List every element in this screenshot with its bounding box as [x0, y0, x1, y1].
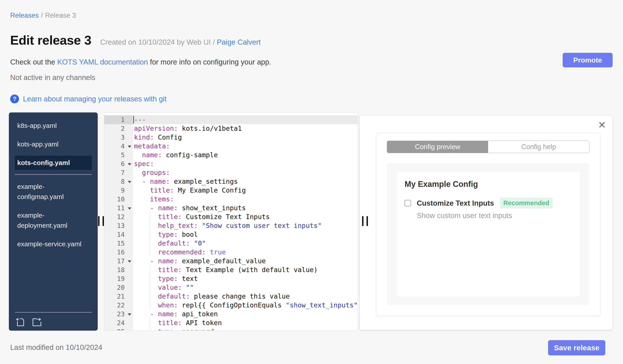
- token-plain: [134, 319, 158, 327]
- git-releases-link[interactable]: Learn about managing your releases with …: [23, 95, 166, 103]
- file-item-kots-app.yaml[interactable]: kots-app.yaml: [15, 137, 92, 151]
- token-plain: password: [178, 328, 214, 331]
- fold-toggle-icon[interactable]: [128, 313, 131, 316]
- code-line-text[interactable]: title: Text Example (with default value): [133, 265, 357, 274]
- token-string: "": [186, 283, 194, 291]
- code-line-text[interactable]: type: password: [133, 327, 357, 331]
- customize-text-inputs-checkbox[interactable]: [404, 200, 411, 206]
- kots-docs-link[interactable]: KOTS YAML documentation: [57, 58, 148, 66]
- line-number: 3: [104, 133, 133, 142]
- new-folder-icon[interactable]: [31, 317, 42, 327]
- token-key: metadata:: [134, 142, 170, 150]
- code-line-text[interactable]: - name: example_settings: [133, 177, 357, 186]
- code-row-1: 1---: [104, 115, 357, 124]
- author-link[interactable]: Paige Calvert: [217, 38, 261, 46]
- code-line-text[interactable]: type: bool: [133, 230, 357, 239]
- code-line-text[interactable]: - name: api_token: [133, 310, 357, 319]
- config-render-area: My Example Config Customize Text Inputs …: [387, 163, 589, 305]
- token-key: name:: [158, 310, 178, 318]
- fold-toggle-icon[interactable]: [128, 261, 131, 263]
- code-row-17: 17 - name: example_default_value: [104, 257, 357, 265]
- token-key: groups:: [142, 169, 170, 177]
- code-line-text[interactable]: default: "0": [133, 239, 357, 248]
- token-plain: api_token: [178, 310, 218, 318]
- code-row-14: 14 type: bool: [104, 230, 357, 239]
- token-key: name:: [142, 151, 162, 159]
- promote-button[interactable]: Promote: [563, 53, 613, 67]
- new-file-icon[interactable]: [15, 317, 26, 327]
- indent-guide: [150, 212, 150, 221]
- line-number: 25: [104, 327, 133, 331]
- token-plain: please change this value: [190, 292, 290, 300]
- yaml-code-editor[interactable]: 1---2apiVersion: kots.io/v1beta13kind: C…: [104, 112, 358, 331]
- code-line-text[interactable]: apiVersion: kots.io/v1beta1: [133, 124, 357, 133]
- file-item-k8s-app.yaml[interactable]: k8s-app.yaml: [15, 119, 92, 133]
- code-line-text[interactable]: help_text: "Show custom user text inputs…: [133, 221, 357, 230]
- file-item-example-configmap.yaml[interactable]: example-configmap.yaml: [15, 180, 92, 204]
- indent-guide: [150, 230, 150, 239]
- fold-toggle-icon[interactable]: [128, 163, 131, 165]
- code-row-13: 13 help_text: "Show custom user text inp…: [104, 221, 357, 230]
- token-plain: example_settings: [170, 178, 238, 185]
- code-line-text[interactable]: type: text: [133, 274, 357, 283]
- token-plain: [134, 169, 142, 177]
- code-line-text[interactable]: value: "": [133, 283, 357, 292]
- fold-toggle-icon[interactable]: [128, 181, 131, 183]
- code-line-text[interactable]: name: config-sample: [133, 151, 357, 160]
- code-line-text[interactable]: metadata:: [133, 142, 357, 151]
- breadcrumb: Releases/Release 3: [10, 12, 76, 20]
- code-line-text[interactable]: default: please change this value: [133, 292, 357, 301]
- code-row-19: 19 type: text: [104, 274, 357, 283]
- code-line-text[interactable]: groups:: [133, 168, 357, 177]
- token-key: recommended:: [158, 248, 206, 256]
- file-item-kots-config.yaml[interactable]: kots-config.yaml: [15, 156, 92, 170]
- token-key: value:: [158, 283, 182, 291]
- code-row-22: 22 when: repl{{ ConfigOptionEquals "show…: [104, 301, 357, 310]
- code-line-text[interactable]: - name: example_default_value: [133, 257, 357, 265]
- code-row-9: 9 title: My Example Config: [104, 186, 357, 195]
- config-group-card: My Example Config Customize Text Inputs …: [397, 172, 580, 297]
- token-key: spec:: [134, 160, 154, 168]
- token-plain: Text Example (with default value): [182, 266, 318, 274]
- code-line-text[interactable]: title: API token: [133, 319, 357, 327]
- line-number: 7: [104, 168, 133, 177]
- tab-config-help[interactable]: Config help: [488, 141, 589, 153]
- git-help-line: ? Learn about managing your releases wit…: [10, 95, 166, 103]
- code-line-text[interactable]: title: My Example Config: [133, 186, 357, 195]
- token-plain: [134, 186, 150, 194]
- token-key: name:: [150, 178, 170, 185]
- code-line-text[interactable]: kind: Config: [133, 133, 357, 142]
- token-plain: API token: [182, 319, 222, 327]
- save-release-button[interactable]: Save release: [548, 340, 605, 355]
- code-row-15: 15 default: "0": [104, 239, 357, 248]
- code-line-text[interactable]: items:: [133, 195, 357, 204]
- file-item-label: k8s-app.yaml: [17, 121, 90, 131]
- token-plain: [134, 213, 158, 221]
- token-key: kind:: [134, 133, 154, 141]
- code-line-text[interactable]: ---: [133, 115, 357, 124]
- close-icon[interactable]: ✕: [598, 120, 606, 130]
- fold-toggle-icon[interactable]: [128, 207, 131, 210]
- fold-toggle-icon[interactable]: [128, 145, 131, 148]
- file-item-example-deployment.yaml[interactable]: example-deployment.yaml: [15, 208, 92, 233]
- file-item-example-service.yaml[interactable]: example-service.yaml: [15, 237, 92, 251]
- code-line-text[interactable]: recommended: true: [133, 248, 357, 257]
- code-line-text[interactable]: - name: show_text_inputs: [133, 204, 357, 212]
- question-icon: ?: [10, 95, 19, 103]
- tab-config-preview[interactable]: Config preview: [387, 141, 488, 153]
- sidebar-resize-handle[interactable]: [98, 216, 104, 226]
- code-lines: 1---2apiVersion: kots.io/v1beta13kind: C…: [104, 115, 357, 331]
- token-plain: [134, 222, 158, 229]
- breadcrumb-releases-link[interactable]: Releases: [10, 12, 39, 19]
- line-number: 23: [104, 310, 133, 319]
- token-plain: repl{{ ConfigOptionEquals: [178, 301, 286, 309]
- code-line-text[interactable]: when: repl{{ ConfigOptionEquals "show_te…: [133, 301, 357, 310]
- token-doc: ---: [134, 116, 146, 123]
- line-number: 5: [104, 151, 133, 160]
- breadcrumb-separator: /: [41, 12, 43, 19]
- preview-resize-handle[interactable]: [362, 216, 368, 226]
- editor-workspace: k8s-app.yamlkots-app.yamlkots-config.yam…: [9, 112, 613, 331]
- code-line-text[interactable]: title: Customize Text Inputs: [133, 212, 357, 221]
- line-number: 9: [104, 186, 133, 195]
- code-line-text[interactable]: spec:: [133, 160, 357, 168]
